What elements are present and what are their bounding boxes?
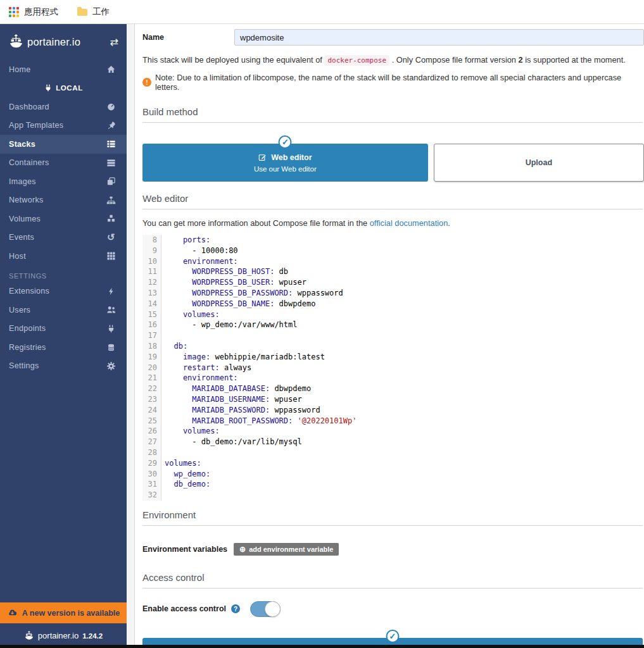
check-circle-icon: ✓ — [386, 630, 400, 643]
sidebar-item-networks[interactable]: Networks — [0, 191, 127, 210]
bookmark-apps[interactable]: 應用程式 — [9, 6, 58, 18]
sidebar-brand[interactable]: portainer.io ⇄ — [0, 24, 127, 60]
section-build-method: Build method — [142, 106, 643, 123]
section-access-control: Access control — [142, 572, 643, 589]
bookmark-apps-label: 應用程式 — [24, 6, 58, 18]
check-circle-icon: ✓ — [279, 135, 292, 149]
collapse-sidebar-icon[interactable]: ⇄ — [110, 37, 118, 47]
sidebar-item-app-templates[interactable]: App Templates — [0, 116, 127, 135]
bolt-icon — [105, 287, 117, 296]
section-environment: Environment — [142, 509, 643, 526]
gear-icon — [105, 361, 117, 371]
apps-grid-icon — [9, 7, 19, 17]
bookmarks-bar: 應用程式 工作 — [0, 0, 644, 24]
endpoint-selector-local[interactable]: LOCAL — [0, 79, 127, 98]
window-bottom-edge — [0, 645, 644, 648]
sidebar-item-stacks[interactable]: Stacks — [0, 135, 127, 154]
enable-access-control-label: Enable access control — [142, 604, 226, 613]
folder-icon — [77, 9, 87, 16]
sidebar: portainer.io ⇄ Home LOCAL Dashboard App … — [0, 24, 127, 648]
stacks-icon — [105, 139, 117, 149]
code-editor-lines: 8 ports:9 - 10000:8010 environment:11 WO… — [142, 235, 638, 501]
dashboard-icon — [105, 102, 117, 111]
access-control-toggle[interactable] — [250, 601, 281, 617]
sidebar-item-endpoints[interactable]: Endpoints — [0, 320, 127, 339]
add-environment-variable-button[interactable]: ⊕ add environment variable — [234, 543, 339, 556]
build-method-web-editor[interactable]: ✓ Web editor Use our Web editor — [142, 144, 428, 182]
sidebar-item-volumes[interactable]: Volumes — [0, 209, 127, 228]
footer-version: 1.24.2 — [82, 632, 103, 640]
sidebar-item-images[interactable]: Images — [0, 172, 127, 191]
compose-info-text: You can get more information about Compo… — [142, 218, 644, 228]
update-banner[interactable]: A new version is available — [0, 602, 127, 623]
bookmark-work-label: 工作 — [92, 6, 110, 18]
build-method-upload[interactable]: Upload — [434, 144, 644, 182]
stack-name-input[interactable] — [234, 29, 644, 46]
section-web-editor: Web editor — [142, 193, 643, 209]
host-grid-icon — [105, 251, 117, 261]
build-method-selector: ✓ Web editor Use our Web editor Upload — [142, 144, 644, 182]
main-content: Name This stack will be deployed using t… — [127, 24, 644, 648]
sidebar-settings-header: SETTINGS — [0, 266, 127, 282]
rocket-icon — [105, 121, 117, 130]
edit-icon — [258, 153, 267, 161]
plug-icon — [105, 325, 117, 333]
brand-name: portainer.io — [27, 36, 80, 48]
footer-brand: portainer.io — [38, 631, 79, 640]
libcompose-note: ! Note: Due to a limitation of libcompos… — [142, 73, 644, 92]
sidebar-item-extensions[interactable]: Extensions — [0, 282, 127, 301]
sidebar-item-settings[interactable]: Settings — [0, 357, 127, 376]
docker-compose-chip: docker-compose — [324, 55, 389, 66]
sidebar-item-registries[interactable]: Registries — [0, 338, 127, 357]
toggle-knob — [265, 601, 281, 617]
containers-icon — [105, 158, 117, 168]
stack-name-row: Name — [142, 29, 644, 46]
official-documentation-link[interactable]: official documentation — [370, 218, 448, 228]
environment-variables-row: Environment variables ⊕ add environment … — [142, 543, 644, 556]
portainer-logo-icon — [8, 34, 24, 50]
history-icon: ↺ — [105, 232, 117, 243]
volumes-icon — [105, 214, 117, 223]
plug-icon — [44, 84, 52, 92]
sidebar-item-users[interactable]: Users — [0, 301, 127, 320]
home-icon — [105, 65, 117, 74]
sidebar-item-home[interactable]: Home — [0, 60, 127, 79]
enable-access-control-row: Enable access control ? — [142, 601, 644, 617]
code-editor[interactable]: 8 ports:9 - 10000:8010 environment:11 WO… — [142, 235, 638, 501]
networks-icon — [105, 196, 117, 205]
name-label: Name — [142, 33, 234, 42]
question-circle-icon[interactable]: ? — [231, 604, 240, 613]
cloud-download-icon — [7, 609, 18, 617]
sidebar-item-dashboard[interactable]: Dashboard — [0, 97, 127, 116]
images-icon — [105, 177, 117, 186]
update-banner-label: A new version is available — [22, 609, 120, 618]
database-icon — [105, 343, 117, 352]
deploy-info-text: This stack will be deployed using the eq… — [142, 55, 644, 65]
local-label: LOCAL — [56, 84, 83, 92]
note-icon: ! — [142, 78, 151, 87]
sidebar-item-containers[interactable]: Containers — [0, 154, 127, 173]
portainer-logo-icon — [24, 631, 34, 641]
bookmark-work-folder[interactable]: 工作 — [77, 6, 110, 18]
sidebar-item-events[interactable]: Events ↺ — [0, 228, 127, 247]
users-icon — [105, 305, 117, 315]
environment-variables-label: Environment variables — [142, 545, 227, 554]
sidebar-item-host[interactable]: Host — [0, 247, 127, 266]
plus-circle-icon: ⊕ — [239, 545, 246, 553]
